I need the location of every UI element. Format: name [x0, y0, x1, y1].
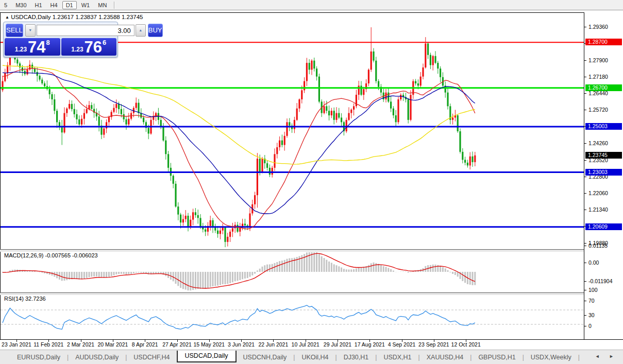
tab-audusd-daily[interactable]: AUDUSD,Daily	[69, 352, 125, 362]
date-label: 8 Apr 2021	[132, 341, 158, 348]
date-label: 27 Apr 2021	[162, 341, 192, 348]
price-badge-1.23745: 1.23745	[585, 152, 622, 159]
ma-40	[3, 72, 475, 214]
date-tick	[81, 340, 81, 342]
buy-price-prefix: 1.23	[71, 46, 83, 53]
sell-price-button[interactable]: 1.23 74 8	[5, 38, 60, 56]
tab-dj30-h1[interactable]: DJ30,H1	[337, 352, 376, 362]
date-label: 17 Aug 2021	[355, 341, 385, 348]
date-label: 15 May 2021	[193, 341, 225, 348]
buy-price-pip: 6	[103, 39, 106, 46]
tab-gbpusd-h1[interactable]: GBPUSD,H1	[472, 352, 522, 362]
tab-xauusd-h4[interactable]: XAUUSD,H4	[420, 352, 470, 362]
price-badge-1.23003: 1.23003	[585, 169, 622, 176]
macd-label: MACD(12,26,9) -0.007565 -0.006023	[4, 252, 98, 258]
rsi-pane[interactable]	[0, 294, 585, 339]
volume-decrease-button[interactable]: ▼	[25, 24, 36, 37]
timeframe-h4[interactable]: H4	[47, 1, 61, 9]
ma-90	[3, 65, 475, 164]
tab-ukoil-h4[interactable]: UKOil,H4	[295, 352, 335, 362]
pane-splitter-macd[interactable]	[0, 249, 623, 252]
rsi-canvas[interactable]	[1, 294, 585, 339]
date-tick	[16, 340, 17, 342]
date-tick	[113, 340, 113, 342]
timeframe-mn[interactable]: MN	[94, 1, 110, 9]
date-tick	[241, 340, 242, 342]
toolbar-separator	[114, 2, 115, 9]
timeframe-toolbar: 5M30H1H4D1W1MN	[0, 0, 623, 10]
indicator-tick--0.011904: -0.011904	[584, 278, 613, 285]
date-label: 4 Sep 2021	[388, 341, 416, 348]
price-badge-1.25003: 1.25003	[585, 123, 622, 130]
date-tick	[466, 340, 466, 342]
indicator-tick-0: 0	[584, 323, 592, 330]
sell-price-pip: 8	[46, 39, 50, 46]
price-tick-1.27900: 1.27900	[584, 57, 608, 64]
price-tick-1.21340: 1.21340	[584, 206, 608, 213]
sell-button[interactable]: SELL	[6, 24, 23, 37]
date-tick	[48, 340, 49, 342]
candles	[2, 27, 476, 247]
date-tick	[177, 340, 178, 342]
pane-splitter-rsi[interactable]	[0, 292, 623, 295]
date-tick	[434, 340, 434, 342]
price-badge-1.28700: 1.28700	[585, 39, 622, 45]
date-label: 20 Mar 2021	[97, 341, 128, 348]
timeframe-m30[interactable]: M30	[12, 1, 30, 9]
macd-signal-line	[3, 253, 475, 288]
tabs-scroll-left-icon[interactable]: ◄	[595, 354, 604, 359]
sell-price-prefix: 1.23	[15, 46, 27, 53]
collapse-arrow-icon[interactable]: ▲	[5, 15, 9, 20]
date-tick	[145, 340, 145, 342]
rsi-label: RSI(14) 32.7236	[4, 296, 46, 302]
price-axis: 1.293601.286401.279001.271801.264401.257…	[584, 12, 623, 339]
date-label: 2 Mar 2021	[67, 341, 94, 348]
indicator-tick-30: 30	[584, 312, 595, 319]
volume-input[interactable]	[37, 25, 134, 36]
date-label: 22 Jun 2021	[258, 341, 288, 348]
price-tick-1.24260: 1.24260	[584, 140, 608, 147]
indicator-tick-0.00: 0.00	[584, 259, 599, 266]
rsi-line	[3, 305, 475, 330]
tab-usdchf-h4[interactable]: USDCHF,H4	[127, 352, 176, 362]
date-label: 23 Sep 2021	[418, 341, 449, 348]
price-tick-1.22060: 1.22060	[584, 190, 608, 197]
price-tick-1.25720: 1.25720	[584, 107, 608, 113]
buy-price-button[interactable]: 1.23 76 6	[61, 38, 117, 56]
symbol-title: USDCAD,Daily	[11, 14, 50, 20]
chart-header: ▲ USDCAD,Daily 1.23617 1.23837 1.23588 1…	[5, 14, 143, 20]
timeframe-w1[interactable]: W1	[78, 1, 94, 9]
price-badge-1.26700: 1.26700	[585, 84, 622, 91]
date-label: 10 Jul 2021	[292, 341, 319, 348]
indicator-tick-70: 70	[584, 298, 595, 304]
chart-tabbar: EURUSD,Daily|AUDUSD,Daily|USDCHF,H4USDCA…	[0, 350, 623, 364]
indicator-tick-0.01135: 0.01135	[584, 242, 608, 249]
one-click-trading-panel: SELL ▼ ▲ BUY 1.23 74 8 1.23 76 6	[3, 22, 118, 58]
date-tick	[338, 340, 338, 342]
indicator-tick-100: 100	[584, 287, 598, 293]
tab-eurusd-daily[interactable]: EURUSD,Daily	[10, 352, 67, 362]
ohlc-values: 1.23617 1.23837 1.23588 1.23745	[53, 14, 143, 20]
tab-usdcnh-daily[interactable]: USDCNH,Daily	[237, 352, 294, 362]
tab-usdcad-daily[interactable]: USDCAD,Daily	[177, 351, 237, 362]
chart-window: ▲ USDCAD,Daily 1.23617 1.23837 1.23588 1…	[0, 10, 623, 350]
timeframe-d1[interactable]: D1	[62, 1, 77, 9]
volume-increase-button[interactable]: ▲	[136, 24, 146, 37]
buy-button[interactable]: BUY	[148, 24, 163, 37]
tab-separator: |	[578, 354, 580, 361]
date-label: 11 Feb 2021	[33, 341, 63, 348]
date-axis: 23 Jan 202111 Feb 20212 Mar 202120 Mar 2…	[0, 339, 623, 350]
price-badge-1.20609: 1.20609	[585, 223, 622, 230]
tab-usdx-weekly[interactable]: USDX,Weekly	[524, 352, 578, 362]
tab-usdx-h1[interactable]: USDX,H1	[377, 352, 418, 362]
ma-20	[3, 68, 475, 229]
timeframe-5[interactable]: 5	[1, 1, 11, 9]
timeframe-h1[interactable]: H1	[31, 1, 46, 9]
tabs-scroll-right-icon[interactable]: ►	[609, 354, 618, 359]
mt4-window: { "toolbar": { "items": [ {"label":"5","…	[0, 0, 623, 364]
date-label: 23 Jan 2021	[2, 341, 31, 348]
date-tick	[273, 340, 274, 342]
price-tick-1.29360: 1.29360	[584, 24, 608, 30]
buy-price-main: 76	[85, 40, 102, 55]
date-tick	[209, 340, 210, 342]
